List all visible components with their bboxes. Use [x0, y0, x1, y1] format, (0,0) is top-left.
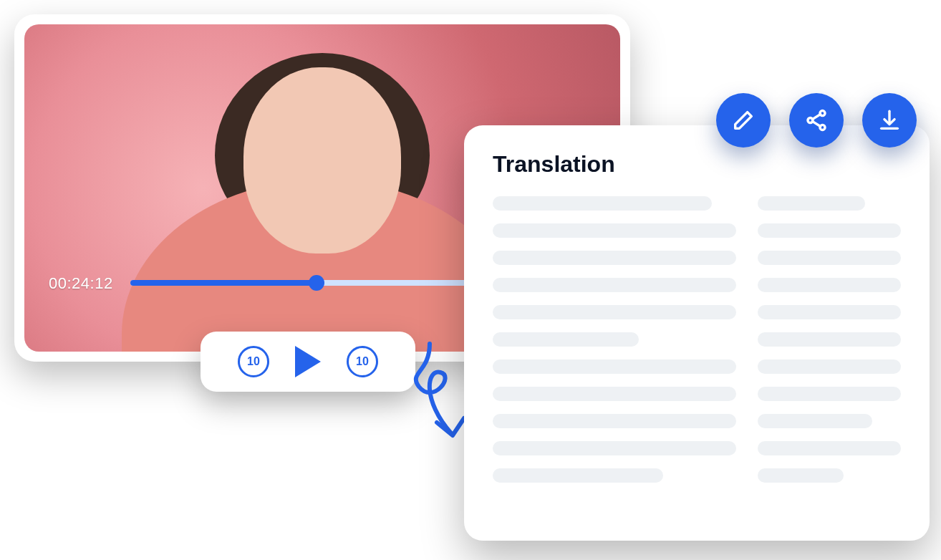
panel-title: Translation	[493, 151, 901, 178]
svg-line-3	[812, 115, 820, 120]
video-progress-thumb[interactable]	[309, 275, 324, 291]
rewind-10-button[interactable]: 10	[238, 346, 269, 377]
video-progress-fill	[130, 280, 317, 286]
placeholder-line	[758, 332, 901, 347]
placeholder-line	[493, 223, 736, 238]
play-button[interactable]	[295, 346, 321, 377]
placeholder-line	[493, 305, 736, 319]
placeholder-line	[493, 359, 736, 374]
placeholder-line	[493, 332, 639, 347]
video-timecode: 00:24:12	[49, 274, 113, 293]
forward-seconds-label: 10	[356, 355, 369, 368]
placeholder-line	[493, 468, 663, 483]
placeholder-line	[493, 196, 712, 211]
placeholder-line	[758, 251, 901, 265]
translation-panel: Translation	[464, 125, 930, 541]
pencil-icon	[731, 108, 756, 132]
placeholder-line	[493, 414, 736, 428]
placeholder-line	[758, 196, 865, 211]
placeholder-line	[758, 441, 901, 455]
placeholder-col-left	[493, 196, 736, 483]
placeholder-line	[493, 251, 736, 265]
placeholder-line	[493, 387, 736, 401]
placeholder-line	[758, 387, 901, 401]
share-icon	[804, 108, 829, 132]
placeholder-line	[758, 359, 901, 374]
download-button[interactable]	[862, 93, 917, 148]
forward-10-button[interactable]: 10	[347, 346, 378, 377]
placeholder-line	[493, 278, 736, 292]
placeholder-line	[758, 468, 844, 483]
placeholder-line	[758, 223, 901, 238]
person-hair	[215, 53, 430, 239]
share-button[interactable]	[789, 93, 844, 148]
placeholder-line	[758, 414, 872, 428]
playback-controls: 10 10	[201, 332, 415, 392]
download-icon	[877, 108, 902, 132]
placeholder-line	[758, 305, 901, 319]
rewind-seconds-label: 10	[247, 355, 260, 368]
svg-line-4	[812, 121, 820, 126]
placeholder-line	[758, 278, 901, 292]
translation-body-placeholder	[493, 196, 901, 483]
edit-button[interactable]	[716, 93, 771, 148]
panel-actions	[716, 93, 917, 148]
placeholder-col-right	[758, 196, 901, 483]
placeholder-line	[493, 441, 736, 455]
